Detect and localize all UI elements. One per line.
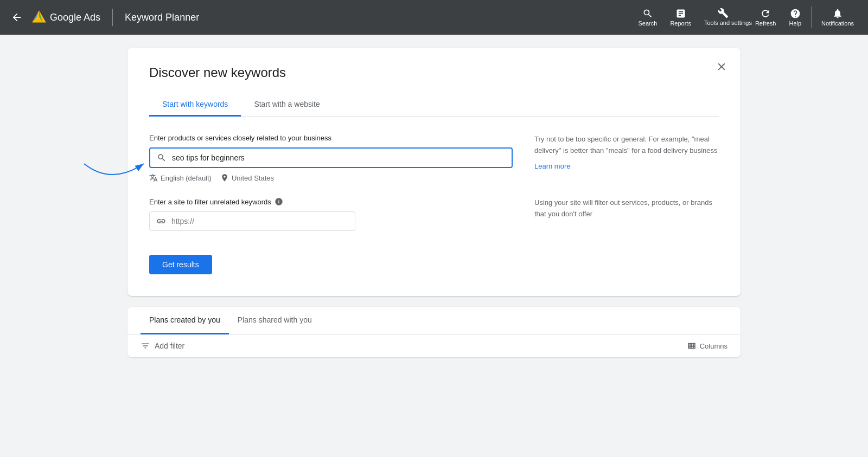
translate-icon	[149, 173, 158, 182]
nav-right-divider	[811, 7, 812, 28]
reports-nav-button[interactable]: Reports	[665, 5, 697, 30]
tab-plans-created[interactable]: Plans created by you	[141, 307, 229, 334]
url-hint-text: Using your site will filter out services…	[534, 197, 719, 220]
columns-button[interactable]: Columns	[687, 341, 727, 351]
location-icon	[220, 173, 229, 182]
topnav-right: Search Reports Tools and settings Refres…	[633, 4, 859, 30]
discover-card: Discover new keywords Start with keyword…	[127, 48, 741, 296]
plans-tabs: Plans created by you Plans shared with y…	[127, 307, 741, 334]
notifications-nav-label: Notifications	[821, 20, 854, 27]
hint-text: Try not to be too specific or general. F…	[534, 134, 719, 157]
search-nav-button[interactable]: Search	[633, 5, 663, 30]
columns-label: Columns	[700, 342, 727, 350]
card-tabs: Start with keywords Start with a website	[149, 93, 719, 117]
tab-website[interactable]: Start with a website	[241, 93, 333, 117]
tools-nav-button[interactable]: Tools and settings	[699, 4, 748, 30]
main-content: Discover new keywords Start with keyword…	[0, 35, 868, 370]
plans-toolbar: Add filter Columns	[127, 334, 741, 357]
filter-icon	[141, 341, 150, 351]
google-logo: Google Ads	[30, 9, 100, 26]
columns-icon	[687, 341, 697, 351]
search-nav-label: Search	[639, 20, 658, 27]
country-label: United States	[232, 174, 274, 182]
topnav-left: Google Ads Keyword Planner	[9, 9, 633, 26]
country-locale: United States	[220, 173, 274, 182]
help-nav-button[interactable]: Help	[783, 5, 807, 30]
tools-nav-label: Tools and settings	[704, 20, 742, 27]
keyword-input-section: Enter products or services closely relat…	[149, 134, 719, 182]
card-title: Discover new keywords	[149, 65, 719, 80]
notifications-nav-button[interactable]: Notifications	[816, 5, 859, 30]
add-filter-label: Add filter	[155, 342, 184, 350]
app-name: Google Ads	[50, 12, 100, 23]
arrow-decoration	[79, 153, 149, 175]
refresh-nav-label: Refresh	[755, 20, 776, 27]
arrow-wrapper	[149, 147, 513, 168]
help-nav-label: Help	[789, 20, 801, 27]
get-results-button[interactable]: Get results	[149, 255, 212, 274]
link-icon	[156, 216, 166, 226]
url-input[interactable]	[171, 217, 348, 226]
locale-row: English (default) United States	[149, 173, 513, 182]
url-input-left: Enter a site to filter unrelated keyword…	[149, 197, 513, 231]
language-locale: English (default)	[149, 173, 212, 182]
tab-keywords[interactable]: Start with keywords	[149, 93, 241, 117]
page-title: Keyword Planner	[125, 12, 199, 23]
nav-divider	[112, 9, 113, 26]
url-hint: Using your site will filter out services…	[534, 197, 719, 231]
keyword-search-wrapper[interactable]	[149, 147, 513, 168]
info-icon[interactable]	[275, 197, 283, 206]
top-navigation: Google Ads Keyword Planner Search Report…	[0, 0, 868, 35]
close-button[interactable]	[713, 59, 730, 75]
keyword-hint: Try not to be too specific or general. F…	[534, 134, 719, 182]
url-input-wrapper[interactable]	[149, 211, 355, 231]
keyword-input-left: Enter products or services closely relat…	[149, 134, 513, 182]
refresh-nav-button[interactable]: Refresh	[750, 5, 782, 30]
add-filter-button[interactable]: Add filter	[141, 341, 184, 351]
reports-nav-label: Reports	[670, 20, 691, 27]
url-filter-section: Enter a site to filter unrelated keyword…	[149, 197, 719, 231]
back-button[interactable]	[9, 9, 25, 25]
keyword-input[interactable]	[172, 153, 505, 162]
url-field-label: Enter a site to filter unrelated keyword…	[149, 197, 513, 206]
plans-section: Plans created by you Plans shared with y…	[127, 307, 741, 357]
search-icon	[157, 153, 167, 163]
language-label: English (default)	[161, 174, 212, 182]
tab-plans-shared[interactable]: Plans shared with you	[229, 307, 321, 334]
keyword-field-label: Enter products or services closely relat…	[149, 134, 513, 142]
learn-more-link[interactable]: Learn more	[534, 161, 570, 172]
